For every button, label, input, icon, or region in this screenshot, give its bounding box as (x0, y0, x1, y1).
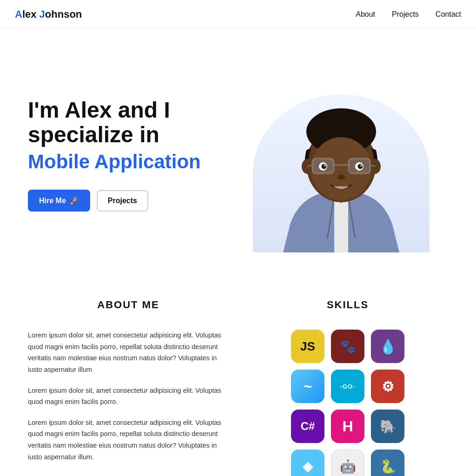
hero-buttons: Hire Me 🚀 Projects (28, 190, 201, 212)
skill-icon-jenkins: 🤖 (331, 450, 364, 476)
svg-point-19 (358, 164, 363, 169)
projects-button[interactable]: Projects (97, 190, 148, 212)
skill-icon-c: C# (291, 410, 324, 443)
skill-icon-python: 🐍 (371, 450, 404, 476)
nav-links: About Projects Contact (356, 10, 461, 19)
skill-icon-jest: 🐾 (331, 330, 364, 363)
about-para-3: Lorem ipsum dolor sit, amet consectetur … (28, 417, 229, 463)
nav-about[interactable]: About (356, 10, 375, 19)
about-para-2: Lorem ipsum dolor sit, amet consectetur … (28, 385, 229, 408)
skills-title: SKILLS (247, 299, 448, 311)
nav-contact[interactable]: Contact (436, 10, 461, 19)
svg-point-20 (324, 165, 326, 166)
skill-icon-elixir: 💧 (371, 330, 404, 363)
skill-icon-javascript: JS (291, 330, 324, 363)
nav-logo: Alex Johnson (15, 8, 82, 20)
about-para-1: Lorem ipsum dolor sit, amet consectetur … (28, 330, 229, 376)
avatar-illustration (262, 66, 420, 252)
hero-text: I'm Alex and I specialize in Mobile Appl… (28, 98, 201, 212)
svg-point-21 (360, 165, 362, 166)
rocket-icon: 🚀 (70, 196, 79, 205)
skills-section: SKILLS JS🐾💧~-GO-⚙C#H🐘◈🤖🐍 (247, 299, 448, 476)
about-title: ABOUT ME (28, 299, 229, 311)
about-section: ABOUT ME Lorem ipsum dolor sit, amet con… (28, 299, 229, 476)
skill-icon-postgresql: 🐘 (371, 410, 404, 443)
hire-me-button[interactable]: Hire Me 🚀 (28, 190, 90, 212)
avatar-container (244, 57, 439, 252)
hero-section: I'm Alex and I specialize in Mobile Appl… (0, 29, 476, 271)
svg-point-18 (322, 164, 327, 169)
skill-icon-dart: ~ (291, 370, 324, 403)
about-text: Lorem ipsum dolor sit, amet consectetur … (28, 330, 229, 463)
skill-icon-hackphp: H (331, 410, 364, 443)
lower-sections: ABOUT ME Lorem ipsum dolor sit, amet con… (0, 271, 476, 476)
navbar: Alex Johnson About Projects Contact (0, 0, 476, 29)
skill-icon-flutter: ◈ (291, 450, 324, 476)
skill-icon-rust: ⚙ (371, 370, 404, 403)
skills-grid: JS🐾💧~-GO-⚙C#H🐘◈🤖🐍 (247, 330, 448, 476)
nav-projects[interactable]: Projects (392, 10, 419, 19)
svg-point-22 (337, 175, 345, 179)
hero-heading: I'm Alex and I specialize in (28, 98, 201, 147)
skill-icon-go: -GO- (331, 370, 364, 403)
hero-speciality: Mobile Application (28, 151, 201, 173)
